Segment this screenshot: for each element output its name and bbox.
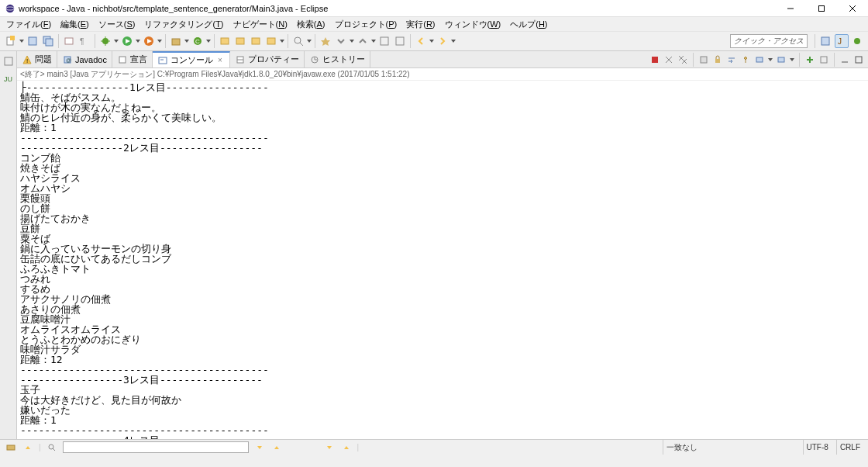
svg-text:JU: JU [4,75,12,83]
console-run-info: <終了> main3 [Java アプリケーション] C:¥Program Fi… [17,68,868,81]
status-lineend: CRLF [836,440,863,455]
close-tab-icon[interactable]: × [215,56,225,65]
editor-presentation-icon[interactable] [393,34,407,48]
forward-icon[interactable] [436,34,450,48]
tab-console[interactable]: コンソール × [153,51,230,67]
open-task-list-icon[interactable] [249,34,263,48]
open-task-icon[interactable] [62,34,76,48]
quick-access-input[interactable]: クイック・アクセス [730,34,808,48]
menu-w[interactable]: ウィンドウ(W) [440,18,506,31]
find-next-icon[interactable] [323,441,336,454]
minimize-view-icon[interactable] [839,54,851,66]
new-console-icon[interactable] [804,54,816,66]
toggle-block-icon[interactable] [377,34,391,48]
find-prev-icon[interactable] [22,441,34,454]
tab-warn[interactable]: !問題 [17,51,57,67]
minimize-button[interactable] [775,0,806,17]
next-annotation-icon[interactable] [334,34,348,48]
java-perspective-icon[interactable]: J [835,34,849,48]
display-selected-icon[interactable] [753,54,766,66]
menu-n[interactable]: ナビゲート(N) [229,18,292,31]
dropdown-icon[interactable] [184,34,190,48]
pin-console-icon[interactable] [739,54,752,66]
new-icon[interactable] [4,34,18,48]
svg-rect-23 [221,38,229,44]
status-encoding: UTF-8 [803,440,832,455]
close-button[interactable] [837,0,868,17]
find-prev-yellow-icon[interactable] [270,441,283,454]
menu-f[interactable]: ファイル(F) [2,18,56,31]
scroll-lock-icon[interactable] [711,54,724,66]
remove-launch-icon[interactable] [663,54,675,66]
dropdown-icon[interactable] [349,34,355,48]
new-package-icon[interactable] [169,34,183,48]
svg-rect-7 [10,36,15,40]
run-icon[interactable] [120,34,134,48]
menu-r[interactable]: 実行(R) [401,18,439,31]
dropdown-icon[interactable] [789,53,795,67]
dropdown-icon[interactable] [205,34,212,48]
svg-rect-47 [652,57,658,63]
prev-annotation-icon[interactable] [356,34,370,48]
open-type-hierarchy-icon[interactable] [233,34,247,48]
show-key-assist-icon[interactable] [5,441,17,454]
save-icon[interactable] [26,34,40,48]
dropdown-icon[interactable] [370,34,377,48]
eclipse-icon [5,3,16,14]
remove-all-icon[interactable] [677,54,689,66]
run-last-icon[interactable] [142,34,156,48]
show-console-icon[interactable] [818,54,830,66]
svg-line-28 [300,43,303,46]
toggle-mark-icon[interactable] [319,34,332,48]
new-class-icon[interactable]: C [191,34,205,48]
find-input[interactable] [63,441,249,453]
menubar: ファイル(F)編集(E)ソース(S)リファクタリング(T)ナビゲート(N)検索(… [0,17,868,31]
word-wrap-icon[interactable] [725,54,738,66]
svg-rect-41 [119,57,126,63]
open-perspective-icon[interactable] [818,34,832,48]
junit-icon[interactable]: JU [2,71,16,85]
dropdown-icon[interactable] [306,34,312,48]
debug-icon[interactable] [98,34,112,48]
find-prev2-icon[interactable] [340,441,353,454]
toolbar: ¶ C クイック・アクセス J [0,31,868,51]
dropdown-icon[interactable] [279,34,285,48]
dropdown-icon[interactable] [135,34,141,48]
menu-h[interactable]: ヘルプ(H) [505,18,552,31]
dropdown-icon[interactable] [157,34,163,48]
clear-console-icon[interactable] [698,54,710,66]
debug-perspective-icon[interactable] [850,34,864,48]
find-icon[interactable] [46,441,58,454]
menu-p[interactable]: プロジェクト(P) [330,18,402,31]
terminate-icon[interactable] [649,54,661,66]
menu-a[interactable]: 検索(A) [292,18,330,31]
open-console-icon[interactable] [775,54,787,66]
dropdown-icon[interactable] [113,34,119,48]
menu-e[interactable]: 編集(E) [56,18,94,31]
tab-props[interactable]: プロパティー [230,51,305,67]
dropdown-icon[interactable] [767,53,773,67]
dropdown-icon[interactable] [19,34,25,48]
open-type-icon[interactable] [218,34,232,48]
tab-history[interactable]: ヒストリー [305,51,370,67]
save-all-icon[interactable] [41,34,55,48]
maximize-button[interactable] [806,0,837,17]
show-whitespace-icon[interactable]: ¶ [78,34,91,48]
find-next-yellow-icon[interactable] [253,441,266,454]
search-icon[interactable] [291,34,305,48]
restore-icon[interactable] [2,54,16,68]
dropdown-icon[interactable] [429,34,435,48]
open-resource-icon[interactable] [264,34,278,48]
console-icon [157,55,168,66]
back-icon[interactable] [414,34,428,48]
tab-javadoc[interactable]: @Javadoc [57,51,112,67]
maximize-view-icon[interactable] [852,54,865,66]
console-output[interactable]: ├-----------------1レス目----------------- … [17,81,868,439]
tab-decl[interactable]: 宣言 [112,51,153,67]
menu-s[interactable]: ソース(S) [94,18,140,31]
menu-t[interactable]: リファクタリング(T) [140,18,228,31]
svg-rect-55 [715,59,720,63]
dropdown-icon[interactable] [450,34,456,48]
svg-rect-56 [756,57,763,62]
svg-rect-35 [5,57,12,65]
